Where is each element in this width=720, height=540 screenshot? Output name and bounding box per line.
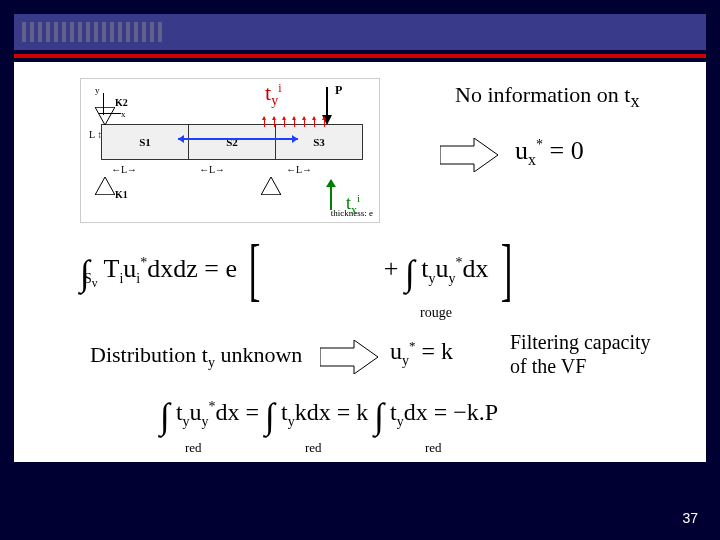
arrow-right-icon — [440, 138, 498, 172]
dim-L3: ←L→ — [286, 164, 312, 175]
filtering-capacity-text: Filtering capacityof the VF — [510, 330, 651, 378]
red-label-3: red — [425, 440, 442, 456]
arrow-right-icon-2 — [320, 340, 378, 374]
beam-diagram: y x L ↕ S1 S2 S3 ←L→ ←L→ ←L→ K2 K1 P thi… — [80, 78, 380, 223]
no-info-text: No information on tx — [455, 82, 640, 112]
header-bar — [14, 14, 706, 50]
beam: S1 S2 S3 — [101, 124, 363, 160]
segment-s2: S2 — [189, 125, 276, 159]
axis-y-label: y — [95, 85, 100, 95]
rouge-label: rouge — [420, 305, 452, 321]
axis-x-label: x — [121, 109, 126, 119]
svg-marker-0 — [95, 107, 115, 125]
k2-label: K2 — [115, 97, 128, 108]
ux-equals-zero: ux* = 0 — [515, 136, 584, 169]
svg-marker-4 — [261, 177, 281, 195]
svg-marker-9 — [320, 340, 378, 374]
blue-span-icon — [178, 138, 298, 140]
final-equation: ∫ tyuy*dx = ∫ tykdx = k ∫ tydx = −k.P — [160, 395, 498, 437]
page-number: 37 — [682, 510, 698, 526]
tx-arrow-icon — [330, 180, 332, 210]
distribution-unknown-text: Distribution ty unknown — [90, 342, 302, 371]
dim-L1: ←L→ — [111, 164, 137, 175]
ty-label: tyi — [265, 80, 281, 109]
k1-label: K1 — [115, 189, 128, 200]
uy-equals-k: uy* = k — [390, 338, 453, 369]
support-bottom-left — [95, 177, 115, 195]
svg-marker-8 — [440, 138, 498, 172]
tx-label: txi — [346, 192, 360, 218]
accent-line — [14, 54, 706, 58]
ty-arrows-icon — [260, 117, 340, 129]
load-label: P — [335, 83, 342, 98]
dim-L2: ←L→ — [199, 164, 225, 175]
support-bottom-mid — [261, 177, 281, 195]
red-label-2: red — [305, 440, 322, 456]
virtual-work-equation: ∫Sv Tiui*dxdz = e [ + ∫ tyuy*dx ] — [80, 250, 518, 294]
segment-s3: S3 — [276, 125, 362, 159]
support-top-left — [95, 107, 115, 125]
svg-marker-2 — [95, 177, 115, 195]
red-label-1: red — [185, 440, 202, 456]
